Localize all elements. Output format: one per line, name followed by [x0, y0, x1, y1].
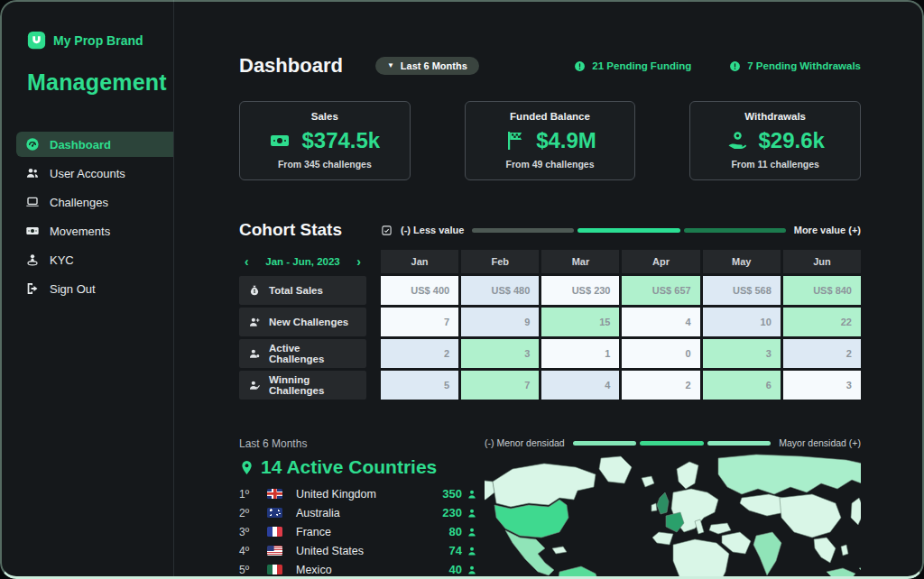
- badge-label: 21 Pending Funding: [592, 60, 691, 71]
- info-icon: [574, 60, 586, 72]
- sidebar-item-movements[interactable]: Movements: [16, 218, 173, 244]
- cohort-cell[interactable]: 4: [622, 308, 699, 336]
- flag-icon-fr: [267, 527, 282, 537]
- cohort-cell[interactable]: 1: [541, 339, 619, 368]
- country-row-united-states[interactable]: 4ºUnited States74: [239, 544, 481, 557]
- cohort-cell[interactable]: US$ 400: [381, 276, 458, 305]
- brand-name: My Prop Brand: [53, 33, 143, 48]
- cohort-row-label-new-challenges[interactable]: New Challenges: [239, 308, 366, 336]
- period-selector[interactable]: ▼ Last 6 Months: [375, 57, 479, 75]
- cohort-row-label-text: Winning Challenges: [269, 374, 357, 396]
- world-map: [485, 453, 861, 579]
- heat-segment: [578, 228, 679, 233]
- checkered-flag-icon: [504, 130, 525, 152]
- sidebar-item-challenges[interactable]: Challenges: [16, 189, 173, 215]
- stat-cards: Sales$374.5kFrom 345 challengesFunded Ba…: [239, 101, 861, 180]
- cohort-cell[interactable]: 4: [541, 371, 619, 400]
- hand-coin-icon: [725, 130, 747, 152]
- cohort-cell[interactable]: 7: [461, 371, 539, 400]
- cohort-column-header: May: [703, 250, 781, 273]
- heat-segment: [684, 228, 786, 233]
- badge-label: 7 Pending Withdrawals: [747, 60, 861, 71]
- stat-card-title: Withdrawals: [698, 111, 853, 122]
- map-legend: (-) Menor densidad Mayor densidad (+): [485, 437, 861, 448]
- country-count: 74: [449, 544, 462, 557]
- cohort-cell[interactable]: 6: [703, 371, 781, 400]
- badge-21-pending-funding: 21 Pending Funding: [574, 60, 691, 72]
- cohort-cell[interactable]: 7: [381, 308, 458, 336]
- cohort-row-label-winning-challenges[interactable]: Winning Challenges: [239, 371, 366, 400]
- heat-segment: [472, 228, 574, 233]
- cohort-heat-bar: [472, 228, 785, 233]
- heat-segment: [640, 441, 704, 446]
- map-panel: (-) Menor densidad Mayor densidad (+): [481, 437, 861, 579]
- countries-period: Last 6 Months: [239, 437, 481, 450]
- chevron-down-icon: ▼: [387, 62, 394, 69]
- cohort-legend: (-) Less value More value (+): [381, 225, 861, 236]
- cohort-cell[interactable]: US$ 840: [783, 276, 861, 305]
- bottom-section: Last 6 Months 14 Active Countries 1ºUnit…: [239, 437, 861, 579]
- country-row-australia[interactable]: 2ºAustralia230: [239, 506, 481, 519]
- stat-card-sales: Sales$374.5kFrom 345 challenges: [239, 101, 411, 180]
- country-name: France: [296, 526, 445, 538]
- cohort-cell[interactable]: 5: [381, 371, 458, 400]
- cohort-column-header: Jun: [783, 250, 861, 273]
- person-icon: [467, 527, 481, 538]
- person-check-icon: [248, 379, 261, 391]
- money-bill-icon: [25, 224, 40, 238]
- sidebar-item-user-accounts[interactable]: User Accounts: [16, 161, 173, 186]
- cohort-row-label-total-sales[interactable]: Total Sales: [239, 276, 366, 305]
- cohort-cell[interactable]: 0: [622, 339, 699, 368]
- cohort-cell[interactable]: US$ 657: [622, 276, 699, 305]
- stat-card-value-row: $374.5k: [247, 128, 402, 153]
- brand-logo-icon: [27, 31, 46, 50]
- cohort-cell[interactable]: 3: [461, 339, 539, 368]
- country-row-mexico[interactable]: 5ºMexico40: [239, 563, 481, 576]
- cohort-row-label-active-challenges[interactable]: Active Challenges: [239, 339, 366, 368]
- sidebar-title: Management: [0, 69, 173, 96]
- stat-card-title: Funded Balance: [473, 111, 628, 122]
- cohort-cell[interactable]: 15: [541, 308, 619, 336]
- stat-card-value-row: $29.6k: [698, 128, 853, 153]
- country-rank: 3º: [239, 526, 263, 538]
- cohort-cell[interactable]: US$ 230: [541, 276, 619, 305]
- country-row-france[interactable]: 3ºFrance80: [239, 525, 481, 538]
- country-count: 40: [449, 563, 462, 576]
- chevron-right-icon[interactable]: ›: [356, 254, 361, 269]
- country-rank: 1º: [239, 488, 263, 501]
- country-count: 350: [442, 487, 462, 501]
- country-count: 230: [442, 506, 462, 519]
- cohort-cell[interactable]: 22: [783, 308, 861, 336]
- period-selector-label: Last 6 Months: [401, 60, 467, 71]
- sidebar-item-sign-out[interactable]: Sign Out: [16, 276, 173, 301]
- cohort-row-labels: Total SalesNew ChallengesActive Challeng…: [239, 276, 366, 400]
- cohort-row-label-text: Total Sales: [269, 285, 323, 296]
- cohort-cell[interactable]: 3: [783, 371, 861, 400]
- cohort-column-header: Mar: [541, 250, 619, 273]
- stat-card-value: $374.5k: [301, 128, 380, 153]
- users-icon: [25, 166, 40, 180]
- country-rank: 5º: [239, 564, 263, 576]
- cohort-cell[interactable]: 2: [783, 339, 861, 368]
- person-plus-icon: [248, 316, 261, 328]
- country-row-united-kingdom[interactable]: 1ºUnited Kingdom350: [239, 487, 481, 501]
- cohort-cell[interactable]: 10: [703, 308, 781, 336]
- cohort-cell[interactable]: 3: [703, 339, 781, 368]
- sidebar-item-kyc[interactable]: KYC: [16, 247, 173, 272]
- chevron-left-icon[interactable]: ‹: [245, 254, 249, 269]
- cohort-cell[interactable]: US$ 568: [703, 276, 781, 305]
- cohort-cell[interactable]: 9: [461, 308, 539, 336]
- cohort-cell[interactable]: 2: [381, 339, 458, 368]
- country-name: United Kingdom: [296, 488, 438, 501]
- stat-card-funded-balance: Funded Balance$4.9MFrom 49 challenges: [465, 101, 636, 180]
- country-list: 1ºUnited Kingdom3502ºAustralia2303ºFranc…: [239, 487, 481, 579]
- cohort-cell[interactable]: 2: [622, 371, 699, 400]
- legend-less-label: (-) Less value: [401, 225, 464, 235]
- sidebar-item-label: Challenges: [50, 196, 108, 209]
- person-icon: [467, 546, 481, 556]
- sidebar-item-dashboard[interactable]: Dashboard: [16, 132, 173, 157]
- country-rank: 2º: [239, 507, 263, 519]
- stat-card-subtitle: From 49 challenges: [473, 159, 628, 170]
- cohort-cell[interactable]: US$ 480: [461, 276, 539, 305]
- checkbox-icon[interactable]: [381, 225, 393, 236]
